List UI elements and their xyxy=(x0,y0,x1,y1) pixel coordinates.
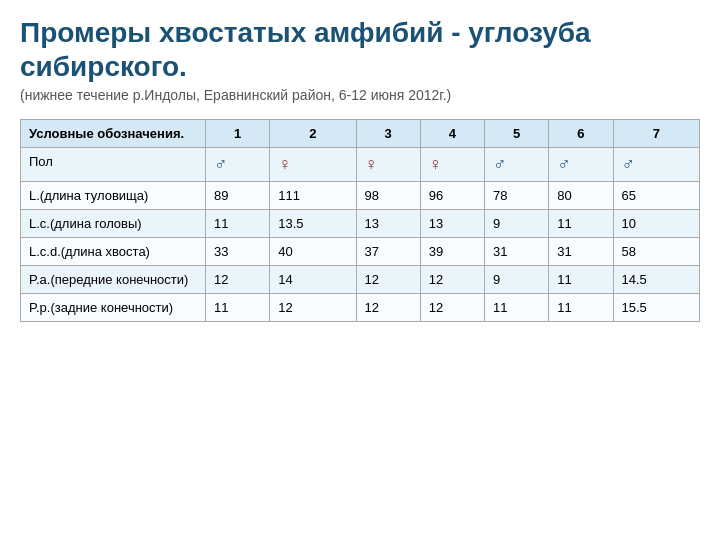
header-col-6: 6 xyxy=(549,120,613,148)
row-cell: 31 xyxy=(549,238,613,266)
row-cell: ♂ xyxy=(206,148,270,182)
row-cell: 12 xyxy=(420,294,484,322)
header-col-7: 7 xyxy=(613,120,699,148)
row-label: L.(длина туловища) xyxy=(21,182,206,210)
row-label: L.c.(длина головы) xyxy=(21,210,206,238)
row-cell: ♂ xyxy=(485,148,549,182)
table-row: L.(длина туловища)891119896788065 xyxy=(21,182,700,210)
row-cell: 13 xyxy=(356,210,420,238)
table-row: P.a.(передние конечности)1214121291114.5 xyxy=(21,266,700,294)
row-label: L.c.d.(длина хвоста) xyxy=(21,238,206,266)
header-col-2: 2 xyxy=(270,120,356,148)
table-row: L.c.d.(длина хвоста)33403739313158 xyxy=(21,238,700,266)
row-cell: 12 xyxy=(270,294,356,322)
row-cell: ♂ xyxy=(613,148,699,182)
row-label: P.p.(задние конечности) xyxy=(21,294,206,322)
row-cell: 11 xyxy=(206,294,270,322)
table-row: P.p.(задние конечности)11121212111115.5 xyxy=(21,294,700,322)
row-cell: 15.5 xyxy=(613,294,699,322)
row-cell: 89 xyxy=(206,182,270,210)
row-cell: 98 xyxy=(356,182,420,210)
header-col-1: 1 xyxy=(206,120,270,148)
header-col-5: 5 xyxy=(485,120,549,148)
row-cell: 80 xyxy=(549,182,613,210)
row-cell: 11 xyxy=(549,294,613,322)
table-header-row: Условные обозначения. 1 2 3 4 5 6 7 xyxy=(21,120,700,148)
row-cell: 65 xyxy=(613,182,699,210)
row-label: Пол xyxy=(21,148,206,182)
row-cell: 78 xyxy=(485,182,549,210)
row-cell: ♀ xyxy=(270,148,356,182)
row-cell: 96 xyxy=(420,182,484,210)
row-cell: 12 xyxy=(206,266,270,294)
header-label-col: Условные обозначения. xyxy=(21,120,206,148)
row-label: P.a.(передние конечности) xyxy=(21,266,206,294)
page-subtitle: (нижнее течение р.Индолы, Еравнинский ра… xyxy=(20,87,700,103)
row-cell: 111 xyxy=(270,182,356,210)
row-cell: 12 xyxy=(356,266,420,294)
table-row: Пол♂♀♀♀♂♂♂ xyxy=(21,148,700,182)
row-cell: 13.5 xyxy=(270,210,356,238)
row-cell: 12 xyxy=(420,266,484,294)
row-cell: 12 xyxy=(356,294,420,322)
row-cell: 9 xyxy=(485,266,549,294)
row-cell: 11 xyxy=(206,210,270,238)
row-cell: ♀ xyxy=(356,148,420,182)
row-cell: 13 xyxy=(420,210,484,238)
row-cell: 14 xyxy=(270,266,356,294)
row-cell: 11 xyxy=(485,294,549,322)
row-cell: 37 xyxy=(356,238,420,266)
row-cell: 10 xyxy=(613,210,699,238)
page-title: Промеры хвостатых амфибий - углозуба сиб… xyxy=(20,16,700,83)
row-cell: ♀ xyxy=(420,148,484,182)
measurements-table: Условные обозначения. 1 2 3 4 5 6 7 Пол♂… xyxy=(20,119,700,322)
header-col-3: 3 xyxy=(356,120,420,148)
row-cell: 11 xyxy=(549,266,613,294)
row-cell: 11 xyxy=(549,210,613,238)
row-cell: 14.5 xyxy=(613,266,699,294)
row-cell: 33 xyxy=(206,238,270,266)
table-row: L.c.(длина головы)1113.5131391110 xyxy=(21,210,700,238)
row-cell: 31 xyxy=(485,238,549,266)
row-cell: 9 xyxy=(485,210,549,238)
row-cell: 40 xyxy=(270,238,356,266)
row-cell: 58 xyxy=(613,238,699,266)
header-col-4: 4 xyxy=(420,120,484,148)
row-cell: ♂ xyxy=(549,148,613,182)
row-cell: 39 xyxy=(420,238,484,266)
